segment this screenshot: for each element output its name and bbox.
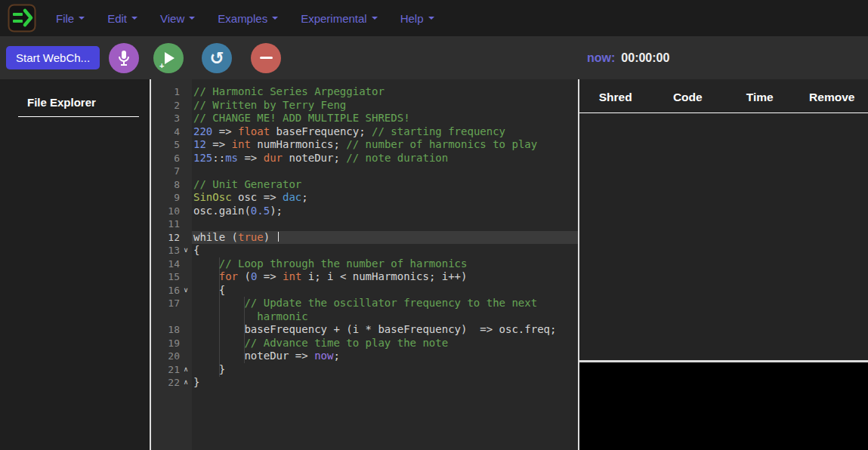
line-gutter: 17 xyxy=(151,297,192,310)
chuck-time-display: now: 00:00:00 xyxy=(587,36,669,79)
menu-experimental[interactable]: Experimental xyxy=(301,12,378,25)
editor-line[interactable]: 21∧ } xyxy=(151,363,578,377)
editor-line[interactable]: 10osc.gain(0.5); xyxy=(151,205,578,218)
menu-label: Edit xyxy=(107,12,127,25)
caret-down-icon xyxy=(79,17,85,20)
fold-spacer xyxy=(180,165,192,178)
code-token: ; xyxy=(333,350,339,362)
code-token: dac xyxy=(283,191,301,203)
editor-line[interactable]: 13∨{ xyxy=(151,244,578,257)
line-number: 7 xyxy=(151,165,180,178)
code-token: SinOsc xyxy=(193,191,232,203)
fold-up-icon[interactable]: ∧ xyxy=(180,376,192,390)
editor-line[interactable]: 7 xyxy=(151,165,578,178)
shred-col-shred: Shred xyxy=(579,91,652,104)
code-line: // Advance time to play the note xyxy=(192,337,578,350)
line-number: 15 xyxy=(151,270,180,284)
caret-down-icon xyxy=(372,17,378,20)
editor-line[interactable]: 22∧} xyxy=(151,376,578,390)
play-button[interactable]: + xyxy=(153,43,184,73)
menu-examples[interactable]: Examples xyxy=(218,12,278,25)
editor-line[interactable]: 12while (true) xyxy=(151,231,578,245)
line-gutter: 11 xyxy=(151,217,192,231)
code-line: harmonic xyxy=(192,310,578,324)
code-token: ( xyxy=(238,270,251,282)
line-number: 9 xyxy=(151,191,180,205)
code-token: // Unit Generator xyxy=(193,178,301,190)
fold-spacer xyxy=(180,350,192,363)
editor-line[interactable]: 4220 => float baseFrequency; // starting… xyxy=(151,125,578,139)
code-line: // CHANGE ME! ADD MULTIPLE SHREDS! xyxy=(192,112,578,125)
line-number: 10 xyxy=(151,205,180,218)
editor-line[interactable]: 14 // Loop through the number of harmoni… xyxy=(151,257,578,271)
editor-line[interactable]: 18 baseFrequency + (i * baseFrequency) =… xyxy=(151,323,578,337)
line-number: 17 xyxy=(151,297,180,310)
menu-label: Help xyxy=(400,12,424,25)
code-token: // Loop through the number of harmonics xyxy=(219,257,468,270)
line-gutter: 2 xyxy=(151,99,192,112)
fold-spacer xyxy=(180,217,192,231)
code-token xyxy=(193,297,244,309)
text-cursor xyxy=(278,232,280,242)
line-number: 5 xyxy=(151,138,180,152)
code-editor-pane[interactable]: 1// Harmonic Series Arpeggiator2// Writt… xyxy=(151,79,579,450)
microphone-icon xyxy=(118,50,130,66)
mic-button[interactable] xyxy=(109,43,139,73)
code-line: while (true) xyxy=(192,231,578,245)
editor-line[interactable]: 3// CHANGE ME! ADD MULTIPLE SHREDS! xyxy=(151,112,578,125)
code-line: noteDur => now; xyxy=(192,350,578,363)
fold-up-icon[interactable]: ∧ xyxy=(180,363,192,377)
editor-line[interactable]: 15 for (0 => int i; i < numHarmonics; i+… xyxy=(151,270,578,284)
code-line: osc.gain(0.5); xyxy=(192,205,578,218)
code-token: 125 xyxy=(193,152,212,164)
code-token: // CHANGE ME! ADD MULTIPLE SHREDS! xyxy=(193,112,410,124)
line-number: 2 xyxy=(151,99,180,112)
code-token: for xyxy=(219,270,238,282)
line-gutter: 20 xyxy=(151,350,192,363)
editor-line[interactable]: 512 => int numHarmonics; // number of ha… xyxy=(151,138,578,152)
code-token: int xyxy=(232,138,251,150)
editor-line[interactable]: 2// Written by Terry Feng xyxy=(151,99,578,112)
menu-label: Experimental xyxy=(301,12,367,25)
remove-button[interactable] xyxy=(251,43,281,73)
editor-rows[interactable]: 1// Harmonic Series Arpeggiator2// Writt… xyxy=(151,85,578,390)
editor-line[interactable]: 11 xyxy=(151,217,578,231)
menu-help[interactable]: Help xyxy=(400,12,434,25)
code-token: // Written by Terry Feng xyxy=(193,99,346,111)
editor-line[interactable]: 20 noteDur => now; xyxy=(151,350,578,363)
start-webchuck-button[interactable]: Start WebCh... xyxy=(6,46,100,69)
replay-button[interactable]: ↺ xyxy=(202,43,232,73)
fold-spacer xyxy=(180,178,192,192)
code-token: // Update the oscillator frequency to th… xyxy=(244,297,537,309)
fold-down-icon[interactable]: ∨ xyxy=(180,244,192,257)
fold-spacer xyxy=(180,231,192,245)
code-line xyxy=(192,165,578,178)
line-number: 16 xyxy=(151,284,180,297)
line-gutter: 7 xyxy=(151,165,192,178)
menu-file[interactable]: File xyxy=(56,12,85,25)
editor-line[interactable]: 9SinOsc osc => dac; xyxy=(151,191,578,205)
code-line: // Update the oscillator frequency to th… xyxy=(192,297,578,310)
editor-line[interactable]: 19 // Advance time to play the note xyxy=(151,337,578,350)
menu-edit[interactable]: Edit xyxy=(107,12,137,25)
editor-line[interactable]: harmonic xyxy=(151,310,578,324)
code-line: // Loop through the number of harmonics xyxy=(192,257,578,271)
editor-line[interactable]: 17 // Update the oscillator frequency to… xyxy=(151,297,578,310)
code-token: now xyxy=(314,350,333,362)
code-token xyxy=(193,270,219,282)
editor-line[interactable]: 6125::ms => dur noteDur; // note duratio… xyxy=(151,152,578,165)
code-token: noteDur; xyxy=(283,152,346,164)
line-number: 1 xyxy=(151,85,180,99)
shred-table: ShredCodeTimeRemove xyxy=(579,79,868,362)
fold-down-icon[interactable]: ∨ xyxy=(180,284,192,297)
code-token: float xyxy=(238,125,270,137)
fold-spacer xyxy=(180,112,192,125)
editor-line[interactable]: 16∨ { xyxy=(151,284,578,297)
menu-view[interactable]: View xyxy=(160,12,195,25)
editor-line[interactable]: 1// Harmonic Series Arpeggiator xyxy=(151,85,578,99)
fold-spacer xyxy=(180,138,192,152)
editor-line[interactable]: 8// Unit Generator xyxy=(151,178,578,192)
line-number: 11 xyxy=(151,217,180,231)
menu-label: Examples xyxy=(218,12,267,25)
code-token: } xyxy=(193,363,225,375)
